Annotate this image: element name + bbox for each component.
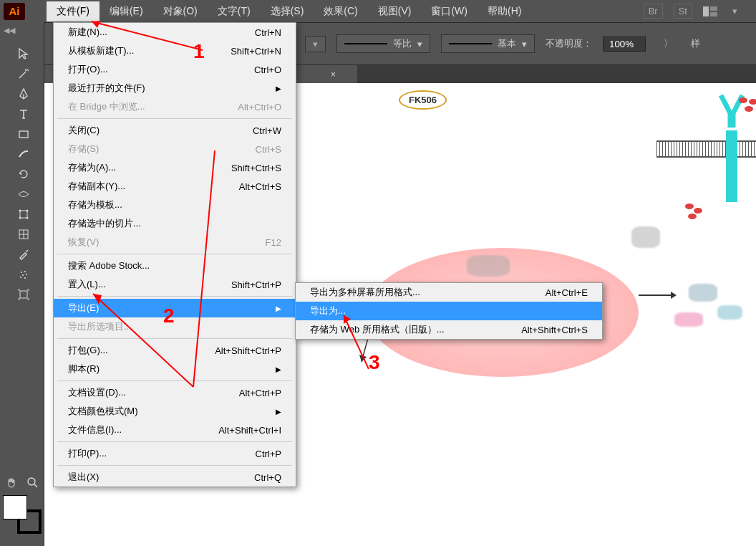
svg-rect-3: [19, 131, 28, 138]
menu-object[interactable]: 对象(O): [153, 1, 208, 21]
blob: [717, 305, 742, 320]
svg-point-11: [24, 271, 26, 272]
menubar: Ai 文件(F) 编辑(E) 对象(O) 文字(T) 选择(S) 效果(C) 视…: [0, 0, 756, 22]
menu-separator: [57, 465, 292, 466]
menubar-right: Br St ▾: [644, 4, 756, 19]
menu-item-S: 存储(S)Ctrl+S: [54, 140, 296, 158]
receptor-graphic: [717, 92, 746, 206]
bridge-icon[interactable]: Br: [644, 4, 663, 19]
menu-separator: [57, 254, 292, 254]
stock-icon[interactable]: St: [674, 4, 692, 19]
svg-point-13: [26, 274, 27, 275]
nucleus-arrow: [639, 294, 674, 296]
layout-icon[interactable]: [703, 6, 717, 16]
brush-dropdown[interactable]: 基本 ▾: [441, 34, 535, 53]
submenu-item-[interactable]: 导出为多种屏幕所用格式...Alt+Ctrl+E: [296, 283, 602, 302]
menu-item-D[interactable]: 文档设置(D)...Alt+Ctrl+P: [54, 383, 296, 402]
menu-item-I[interactable]: 文件信息(I)...Alt+Shift+Ctrl+I: [54, 421, 296, 439]
chevron-down-icon[interactable]: ▾: [728, 4, 742, 18]
close-icon[interactable]: ×: [331, 70, 336, 80]
eyedropper-tool[interactable]: [4, 245, 44, 264]
rotate-tool[interactable]: [4, 165, 44, 183]
menu-edit[interactable]: 编辑(E): [100, 1, 153, 21]
menu-item-L[interactable]: 置入(L)...Shift+Ctrl+P: [54, 275, 296, 294]
stroke-dropdown[interactable]: ▾: [305, 36, 326, 52]
blob: [467, 255, 510, 277]
free-transform-tool[interactable]: [4, 205, 44, 224]
brush-tool[interactable]: [4, 145, 44, 163]
menu-item-T[interactable]: 从模板新建(T)...Shift+Ctrl+N: [54, 42, 296, 60]
artboard-tool[interactable]: [4, 285, 44, 304]
svg-rect-1: [710, 6, 717, 11]
svg-point-17: [28, 478, 35, 485]
menu-item-O[interactable]: 打开(O)...Ctrl+O: [54, 60, 296, 79]
svg-rect-0: [703, 6, 709, 16]
file-menu-dropdown: 新建(N)...Ctrl+N从模板新建(T)...Shift+Ctrl+N打开(…: [53, 22, 296, 487]
menu-item-[interactable]: 存储为模板...: [54, 196, 296, 214]
pen-tool[interactable]: [4, 85, 44, 103]
menu-separator: [57, 441, 292, 442]
svg-point-6: [26, 210, 29, 212]
menu-item-G[interactable]: 打包(G)...Alt+Shift+Ctrl+P: [54, 341, 296, 360]
menu-effect[interactable]: 效果(C): [314, 1, 367, 21]
opacity-input[interactable]: [603, 37, 646, 52]
next-icon[interactable]: 〉: [664, 37, 673, 50]
style-label: 样: [691, 37, 700, 50]
menu-item-P[interactable]: 打印(P)...Ctrl+P: [54, 444, 296, 463]
menu-view[interactable]: 视图(V): [368, 1, 422, 21]
stroke-profile-dropdown[interactable]: 等比 ▾: [336, 34, 430, 53]
menu-item-N[interactable]: 新建(N)...Ctrl+N: [54, 23, 296, 42]
rectangle-tool[interactable]: [4, 125, 44, 143]
menu-item-E[interactable]: 导出(E)▶: [54, 299, 296, 317]
blob: [631, 226, 660, 248]
zoom-tool[interactable]: [24, 474, 42, 492]
blob: [689, 284, 717, 302]
svg-point-15: [24, 277, 26, 279]
menu-item-V: 恢复(V)F12: [54, 233, 296, 252]
fk506-label: FK506: [399, 90, 447, 110]
width-tool[interactable]: [4, 185, 44, 203]
blob: [674, 312, 703, 327]
svg-point-10: [21, 272, 22, 273]
menu-separator: [57, 118, 292, 119]
menu-window[interactable]: 窗口(W): [421, 1, 478, 21]
svg-rect-4: [20, 211, 27, 218]
menu-separator: [57, 380, 292, 381]
menu-help[interactable]: 帮助(H): [478, 1, 531, 21]
menu-item-A[interactable]: 存储为(A)...Shift+Ctrl+S: [54, 158, 296, 177]
symbol-sprayer-tool[interactable]: [4, 265, 44, 284]
svg-point-8: [26, 217, 29, 219]
menu-select[interactable]: 选择(S): [261, 1, 314, 21]
menu-item-X[interactable]: 退出(X)Ctrl+Q: [54, 468, 296, 487]
menu-file[interactable]: 文件(F): [47, 1, 100, 21]
selection-tool[interactable]: [4, 44, 44, 63]
menu-item-F[interactable]: 最近打开的文件(F)▶: [54, 79, 296, 97]
svg-point-7: [19, 217, 21, 219]
fill-stroke-swatch[interactable]: [3, 495, 43, 535]
menu-item-M[interactable]: 文档颜色模式(M)▶: [54, 402, 296, 421]
magic-wand-tool[interactable]: [4, 64, 44, 83]
menu-item-C[interactable]: 关闭(C)Ctrl+W: [54, 121, 296, 140]
mesh-tool[interactable]: [4, 225, 44, 244]
opacity-label: 不透明度：: [546, 37, 592, 50]
menu-separator: [57, 296, 292, 297]
svg-point-5: [19, 210, 21, 212]
menu-item-Y[interactable]: 存储副本(Y)...Alt+Ctrl+S: [54, 177, 296, 196]
menu-item-AdobeStock[interactable]: 搜索 Adobe Stock...: [54, 257, 296, 275]
tools-panel: ◀◀: [0, 22, 44, 546]
submenu-item-[interactable]: 导出为...: [296, 302, 602, 320]
menu-item-Bridge: 在 Bridge 中浏览...Alt+Ctrl+O: [54, 97, 296, 116]
type-tool[interactable]: [4, 105, 44, 123]
svg-point-12: [22, 274, 24, 276]
hand-tool[interactable]: [2, 474, 21, 492]
submenu-item-Web[interactable]: 存储为 Web 所用格式（旧版）...Alt+Shift+Ctrl+S: [296, 320, 602, 339]
app-logo: Ai: [4, 3, 25, 20]
menu-separator: [57, 338, 292, 339]
svg-rect-2: [710, 12, 717, 16]
svg-rect-16: [20, 291, 27, 298]
menu-text[interactable]: 文字(T): [208, 1, 261, 21]
menu-item-R[interactable]: 脚本(R)▶: [54, 360, 296, 378]
export-submenu: 导出为多种屏幕所用格式...Alt+Ctrl+E导出为...存储为 Web 所用…: [295, 282, 603, 340]
svg-point-14: [20, 277, 21, 278]
menu-item-[interactable]: 存储选中的切片...: [54, 214, 296, 233]
